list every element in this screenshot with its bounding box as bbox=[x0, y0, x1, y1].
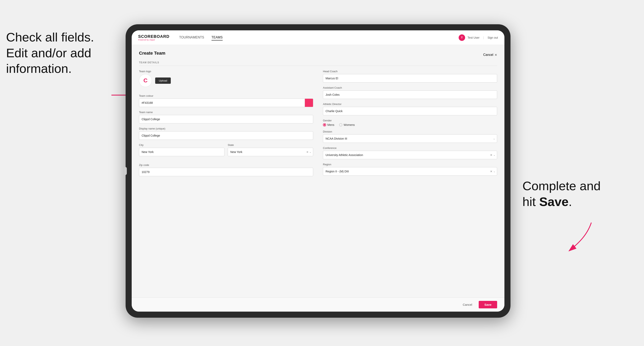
form-footer: Cancel Save bbox=[132, 297, 504, 312]
form-grid: Team logo C Upload Team colour bbox=[139, 70, 497, 180]
instruction-right-save-word: Save bbox=[539, 195, 569, 209]
tab-tournaments[interactable]: TOURNAMENTS bbox=[179, 35, 204, 40]
instruction-right: Complete and hit Save. bbox=[522, 178, 624, 209]
left-column: Team logo C Upload Team colour bbox=[139, 70, 313, 180]
cancel-button[interactable]: Cancel bbox=[460, 301, 476, 308]
navbar-right: T Test User | Sign out bbox=[459, 34, 498, 41]
city-label: City bbox=[139, 144, 224, 147]
state-clear-btn[interactable]: ✕ bbox=[306, 151, 308, 154]
zip-code-group: Zip code bbox=[139, 164, 313, 176]
team-name-label: Team name bbox=[139, 111, 313, 114]
team-name-input[interactable] bbox=[139, 115, 313, 123]
gender-womens-label: Womens bbox=[344, 123, 355, 127]
logo-area: C Upload bbox=[139, 74, 313, 87]
conference-group: Conference University Athletic Associati… bbox=[323, 147, 497, 159]
instruction-line1: Check all fields. bbox=[6, 29, 120, 45]
region-group: Region Region II - (M) DIII ✕ ⌄ bbox=[323, 163, 497, 176]
conference-select[interactable]: University Athletic Association ✕ ⌄ bbox=[323, 151, 497, 159]
page-title: Create Team bbox=[139, 51, 165, 56]
navbar: SCOREBOARD Powered by clippd TOURNAMENTS… bbox=[132, 30, 504, 45]
gender-row: Mens Womens bbox=[323, 123, 497, 127]
state-select-wrapper: New York ✕ ⌄ bbox=[228, 148, 313, 156]
close-icon: ✕ bbox=[494, 53, 497, 57]
state-label: State bbox=[228, 144, 313, 147]
region-value: Region II - (M) DIII bbox=[326, 170, 490, 173]
region-select[interactable]: Region II - (M) DIII ✕ ⌄ bbox=[323, 167, 497, 176]
color-swatch[interactable] bbox=[305, 99, 313, 107]
athletic-director-group: Athletic Director bbox=[323, 103, 497, 115]
assistant-coach-group: Assistant Coach bbox=[323, 86, 497, 99]
state-value: New York bbox=[230, 150, 306, 154]
head-coach-label: Head Coach bbox=[323, 70, 497, 73]
athletic-director-label: Athletic Director bbox=[323, 103, 497, 106]
instruction-right-line1: Complete and bbox=[522, 178, 624, 194]
gender-mens-radio[interactable] bbox=[323, 123, 326, 127]
city-group: City bbox=[139, 144, 224, 156]
team-colour-group: Team colour bbox=[139, 94, 313, 107]
athletic-director-input[interactable] bbox=[323, 107, 497, 115]
cancel-top-btn[interactable]: Cancel ✕ bbox=[483, 53, 497, 57]
instruction-line3: information. bbox=[6, 61, 120, 76]
region-label: Region bbox=[323, 163, 497, 166]
save-button[interactable]: Save bbox=[479, 301, 497, 308]
team-logo-label: Team logo bbox=[139, 70, 313, 73]
user-name: Test User bbox=[468, 36, 480, 39]
state-chevron-icon: ⌄ bbox=[309, 151, 311, 153]
instruction-right-hit: hit bbox=[522, 195, 539, 209]
navbar-logo: SCOREBOARD Powered by clippd bbox=[138, 34, 169, 41]
form-header-row: Create Team Cancel ✕ bbox=[139, 51, 497, 59]
gender-mens-option[interactable]: Mens bbox=[323, 123, 334, 127]
color-input-row bbox=[139, 99, 313, 107]
upload-button[interactable]: Upload bbox=[155, 77, 171, 84]
instruction-right-line2: hit Save. bbox=[522, 194, 624, 210]
gender-group: Gender Mens Womens bbox=[323, 119, 497, 127]
head-coach-group: Head Coach bbox=[323, 70, 497, 83]
instruction-left: Check all fields. Edit and/or add inform… bbox=[6, 29, 120, 76]
conference-value: University Athletic Association bbox=[326, 153, 490, 157]
section-label: TEAM DETAILS bbox=[139, 61, 497, 66]
division-select[interactable]: NCAA Division III bbox=[323, 134, 497, 143]
division-group: Division NCAA Division III ⌄ bbox=[323, 130, 497, 143]
tablet-screen: SCOREBOARD Powered by clippd TOURNAMENTS… bbox=[132, 30, 504, 312]
zip-label: Zip code bbox=[139, 164, 313, 167]
region-clear-btn[interactable]: ✕ bbox=[490, 170, 492, 173]
instruction-right-period: . bbox=[569, 195, 572, 209]
division-select-wrapper: NCAA Division III ⌄ bbox=[323, 134, 497, 143]
head-coach-input[interactable] bbox=[323, 74, 497, 83]
display-name-label: Display name (unique) bbox=[139, 127, 313, 130]
tablet-frame: SCOREBOARD Powered by clippd TOURNAMENTS… bbox=[126, 24, 510, 318]
arrow-right-icon bbox=[559, 218, 596, 255]
navbar-tabs: TOURNAMENTS TEAMS bbox=[179, 35, 458, 40]
gender-womens-option[interactable]: Womens bbox=[339, 123, 355, 127]
content-area: Create Team Cancel ✕ TEAM DETAILS Team l… bbox=[132, 45, 504, 297]
conference-chevron-icon: ⌄ bbox=[493, 154, 495, 157]
tab-teams[interactable]: TEAMS bbox=[212, 35, 223, 40]
division-label: Division bbox=[323, 130, 497, 133]
user-avatar: T bbox=[459, 34, 465, 41]
gender-womens-radio[interactable] bbox=[339, 123, 342, 127]
region-chevron-icon: ⌄ bbox=[493, 170, 495, 173]
team-logo-group: Team logo C Upload bbox=[139, 70, 313, 91]
conference-label: Conference bbox=[323, 147, 497, 150]
team-colour-input[interactable] bbox=[139, 99, 305, 107]
sign-out-link[interactable]: Sign out bbox=[488, 36, 498, 39]
city-input[interactable] bbox=[139, 148, 224, 156]
gender-mens-label: Mens bbox=[327, 123, 334, 127]
city-state-row: City State New York ✕ ⌄ bbox=[139, 144, 313, 156]
divider: | bbox=[483, 36, 484, 39]
assistant-coach-input[interactable] bbox=[323, 90, 497, 99]
logo-circle: C bbox=[139, 74, 152, 87]
gender-label: Gender bbox=[323, 119, 497, 122]
conference-clear-btn[interactable]: ✕ bbox=[490, 153, 492, 157]
zip-input[interactable] bbox=[139, 168, 313, 176]
assistant-coach-label: Assistant Coach bbox=[323, 86, 497, 89]
team-colour-label: Team colour bbox=[139, 94, 313, 97]
brand-name: SCOREBOARD bbox=[138, 34, 169, 39]
display-name-group: Display name (unique) bbox=[139, 127, 313, 140]
display-name-input[interactable] bbox=[139, 131, 313, 140]
brand-sub: Powered by clippd bbox=[138, 39, 169, 41]
team-name-group: Team name bbox=[139, 111, 313, 123]
instruction-line2: Edit and/or add bbox=[6, 45, 120, 61]
right-column: Head Coach Assistant Coach Athletic Dire… bbox=[323, 70, 497, 180]
cancel-top-label: Cancel bbox=[483, 53, 493, 57]
